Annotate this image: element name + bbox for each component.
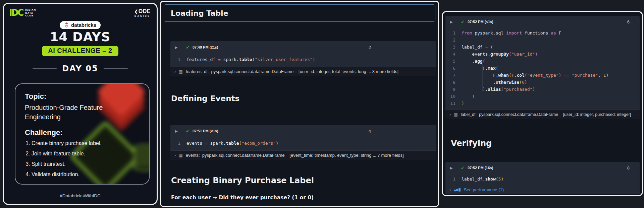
expand-output-icon[interactable]: › — [449, 112, 451, 117]
idc-logo: IDC INDIAN DATA CLUB — [9, 8, 36, 18]
hashtag: #DatabricksWithIDC — [4, 193, 157, 198]
code-editor[interactable]: 1features_df = spark.table("silver_user_… — [170, 53, 436, 67]
challenge-label: Challenge: — [25, 128, 140, 137]
output-text: events: pyspark.sql.connect.dataframe.Da… — [186, 153, 404, 158]
challenge-item: Validate distribution. — [32, 171, 140, 178]
challenge-item: Create binary purchase label. — [32, 140, 140, 146]
heading-loading-table: Loading Table — [171, 9, 228, 17]
output-text: features_df: pyspark.sql.connect.datafra… — [186, 69, 398, 74]
bar-chart-icon: ▄▆█ — [454, 188, 461, 191]
notebook-panel-secondary: ▶ ✓ 07:52 PM (<1s) 6 1from pyspark.sql i… — [442, 11, 643, 196]
codebasics-subtext: BASICS — [135, 15, 150, 17]
code-cell-show[interactable]: ▶ ✓ 07:52 PM (16s) 8 1label_df.show(5) ›… — [445, 162, 640, 194]
execution-count: 8 — [627, 165, 630, 170]
idc-word-3: CLUB — [25, 14, 36, 17]
output-text: label_df: pyspark.sql.connect.dataframe.… — [461, 112, 631, 117]
indent-guide — [482, 64, 483, 91]
run-cell-button[interactable]: ▶ — [175, 129, 186, 133]
idc-logo-icon: IDC — [9, 8, 23, 18]
cell-output-row[interactable]: › ▦ features_df: pyspark.sql.connect.dat… — [170, 67, 436, 76]
code-cell-features-df[interactable]: ▶ ✓ 07:49 PM (21s) 2 1features_df = spar… — [170, 41, 436, 76]
success-check-icon: ✓ — [186, 45, 190, 50]
heading-verifying: Verifying — [451, 139, 492, 148]
challenge-item: Join with feature table. — [32, 151, 140, 157]
code-cell-label-df[interactable]: ▶ ✓ 07:52 PM (<1s) 6 1from pyspark.sql i… — [445, 16, 640, 119]
execution-count: 4 — [369, 129, 371, 134]
code-editor[interactable]: 1label_df.show(5) — [445, 174, 640, 185]
databricks-badge-label: databricks — [71, 22, 96, 28]
idc-logo-text: INDIAN DATA CLUB — [25, 8, 36, 17]
run-cell-button[interactable]: ▶ — [450, 20, 461, 24]
cell-output-row[interactable]: › ▦ events: pyspark.sql.connect.datafram… — [170, 150, 436, 160]
subtext-for-each-user: For each user → Did they ever purchase? … — [171, 195, 314, 201]
databricks-badge: databricks — [60, 21, 101, 29]
cell-run-timestamp: 07:52 PM (<1s) — [468, 20, 493, 24]
codebasics-logo: ❮ ODE BASICS — [134, 8, 151, 17]
dataframe-icon: ▦ — [179, 69, 182, 74]
poster-title: 14 DAYS — [4, 30, 157, 44]
day-row: DAY 05 — [4, 64, 157, 73]
cell-output-row[interactable]: › ▦ label_df: pyspark.sql.connect.datafr… — [445, 110, 640, 119]
codebasics-text: ODE — [139, 8, 151, 14]
heading-defining-events: Defining Events — [171, 94, 239, 103]
challenge-item: Split train/test. — [32, 161, 140, 167]
expand-performance-icon[interactable]: › — [449, 187, 451, 192]
cell-run-timestamp: 07:52 PM (16s) — [468, 166, 493, 170]
code-cell-events[interactable]: ▶ ✓ 07:51 PM (<1s) 4 1events = spark.tab… — [170, 125, 436, 160]
dataframe-icon: ▦ — [179, 153, 182, 158]
poster-panel: IDC INDIAN DATA CLUB ❮ ODE BASICS databr… — [3, 3, 158, 205]
topic-card: Topic: Production-Grade Feature Engineer… — [15, 83, 150, 185]
success-check-icon: ✓ — [461, 165, 465, 170]
execution-count: 2 — [369, 45, 371, 50]
run-cell-button[interactable]: ▶ — [175, 46, 186, 49]
expand-output-icon[interactable]: › — [174, 153, 176, 158]
see-performance-row[interactable]: › ▄▆█ See performance (1) — [445, 185, 640, 194]
success-check-icon: ✓ — [461, 19, 465, 24]
code-editor[interactable]: 1from pyspark.sql import functions as F2… — [445, 27, 640, 110]
topic-text: Production-Grade Feature Engineering — [25, 103, 119, 122]
databricks-icon — [64, 22, 69, 27]
challenge-list: Create binary purchase label.Join with f… — [32, 140, 140, 178]
codebasics-icon: ❮ — [134, 9, 138, 14]
indent-guide — [472, 50, 472, 98]
day-line-left — [33, 68, 57, 69]
execution-count: 6 — [627, 19, 630, 24]
expand-output-icon[interactable]: › — [174, 69, 176, 74]
day-line-right — [104, 68, 128, 69]
cell-run-timestamp: 07:51 PM (<1s) — [193, 129, 218, 133]
day-label: DAY 05 — [62, 64, 98, 73]
heading-creating-binary-purchase-label: Creating Binary Purchase Label — [171, 176, 314, 185]
cell-run-timestamp: 07:49 PM (21s) — [193, 45, 218, 49]
challenge-pill: AI CHALLENGE – 2 — [42, 46, 118, 56]
see-performance-link[interactable]: See performance (1) — [464, 187, 504, 192]
notebook-panel-main: Loading Table ▶ ✓ 07:49 PM (21s) 2 1feat… — [160, 1, 439, 207]
dataframe-icon: ▦ — [454, 112, 458, 117]
code-editor[interactable]: 1events = spark.table("ecom_orders") — [170, 137, 436, 150]
success-check-icon: ✓ — [186, 129, 190, 134]
run-cell-button[interactable]: ▶ — [450, 166, 461, 170]
topic-label: Topic: — [25, 92, 140, 101]
markdown-cell-loading-table[interactable]: Loading Table — [164, 4, 435, 22]
